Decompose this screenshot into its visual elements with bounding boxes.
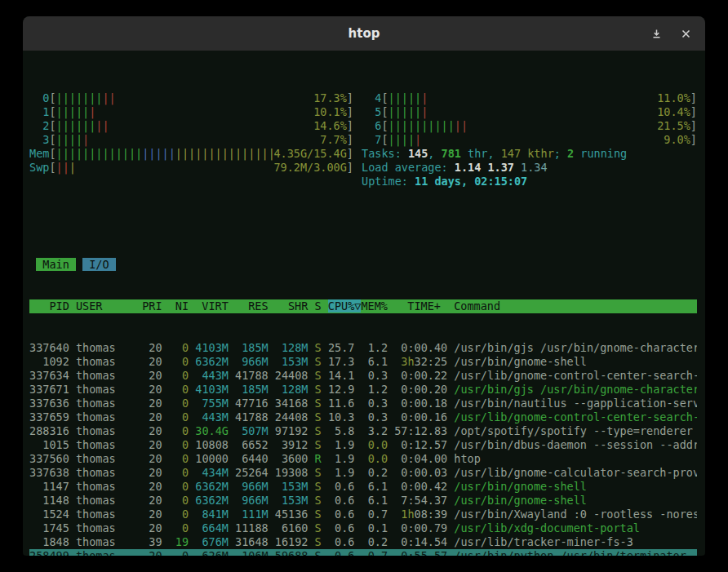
memory-meter: Mem[||||||||||||||||||||||||||||||||||4.… bbox=[29, 147, 353, 161]
cpu-meter: 5[||||||10.4%] bbox=[362, 105, 697, 119]
meter-value: 17.3% bbox=[313, 91, 347, 105]
process-row[interactable]: 288316 thomas 20 0 30.4G 507M 97192 S 5.… bbox=[29, 424, 697, 438]
meter-label: 1 bbox=[29, 105, 49, 119]
window-titlebar[interactable]: htop bbox=[23, 16, 705, 51]
uptime: Uptime: 11 days, 02:15:07 bbox=[362, 175, 527, 188]
meter-row: 2[||||||||14.6%] 6[||||||||||||21.5%] bbox=[29, 119, 697, 133]
process-row[interactable]: 1745 thomas 20 0 664M 11188 6160 S 0.6 0… bbox=[29, 521, 697, 535]
cpu-meter: 3[|||||7.7%] bbox=[29, 133, 353, 147]
process-row[interactable]: 337636 thomas 20 0 755M 47716 34168 S 11… bbox=[29, 397, 697, 410]
meter-value: 9.0% bbox=[664, 133, 690, 147]
meter-value: 11.0% bbox=[657, 91, 690, 105]
swap-meter: Swp[|||79.2M/3.00G] bbox=[29, 161, 353, 175]
meter-label: Swp bbox=[29, 161, 49, 175]
meter-row: Swp[|||79.2M/3.00G]Load average: 1.14 1.… bbox=[29, 161, 697, 175]
meter-label: 7 bbox=[362, 133, 381, 147]
cpu-meter: 6[||||||||||||21.5%] bbox=[362, 119, 697, 133]
meter-value: 10.4% bbox=[657, 105, 690, 119]
meter-label: 0 bbox=[29, 91, 49, 105]
htop-terminal: 0[|||||||||17.3%] 4[||||||11.0%] 1[|||||… bbox=[23, 51, 705, 556]
meter-row: Mem[||||||||||||||||||||||||||||||||||4.… bbox=[29, 147, 697, 161]
process-row[interactable]: 1148 thomas 20 0 6362M 966M 153M S 0.6 6… bbox=[29, 494, 697, 508]
meter-row: 1[||||||10.1%] 5[||||||10.4%] bbox=[29, 105, 697, 119]
tab-io[interactable]: I/O bbox=[82, 258, 116, 271]
process-row[interactable]: 1848 thomas 39 19 676M 31648 16192 S 0.6… bbox=[29, 535, 697, 549]
close-icon[interactable] bbox=[681, 29, 690, 38]
sort-column-header[interactable]: CPU%▽ bbox=[328, 299, 362, 313]
load-average: Load average: 1.14 1.37 1.34 bbox=[362, 161, 548, 175]
process-row[interactable]: 337560 thomas 20 0 10000 6440 3600 R 1.9… bbox=[29, 452, 697, 466]
meter-value: 79.2M/3.00G bbox=[273, 161, 346, 175]
process-row[interactable]: 337659 thomas 20 0 443M 41788 24408 S 10… bbox=[29, 410, 697, 424]
terminal-window: htop 0[|||||||||17.3%] 4[||||||11.0%] 1[… bbox=[23, 16, 705, 556]
process-row[interactable]: 1524 thomas 20 0 841M 111M 45136 S 0.6 0… bbox=[29, 508, 697, 521]
meter-track: |||||| bbox=[388, 105, 658, 119]
download-arrow-icon[interactable] bbox=[651, 29, 662, 39]
cpu-meter: 7[|||||9.0%] bbox=[362, 133, 697, 147]
meter-track: ||| bbox=[56, 161, 274, 175]
tab-main[interactable]: Main bbox=[36, 258, 76, 271]
meter-label: 4 bbox=[362, 91, 381, 105]
meter-value: 4.35G/15.4G bbox=[273, 147, 346, 161]
cpu-meter: 1[||||||10.1%] bbox=[29, 105, 353, 119]
meter-row: Uptime: 11 days, 02:15:07 bbox=[29, 175, 697, 188]
meter-track: |||||||||||||||||||||||||||||||||| bbox=[56, 147, 274, 161]
tasks-summary: Tasks: 145, 781 thr, 147 kthr; 2 running bbox=[362, 147, 627, 161]
window-title: htop bbox=[348, 26, 380, 41]
process-row[interactable]: 337671 thomas 20 0 4103M 185M 128M S 12.… bbox=[29, 383, 697, 397]
process-row[interactable]: 1147 thomas 20 0 6362M 966M 153M S 0.6 6… bbox=[29, 480, 697, 494]
meter-value: 10.1% bbox=[313, 105, 347, 119]
meter-value: 7.7% bbox=[320, 133, 347, 147]
process-row[interactable]: 1092 thomas 20 0 6362M 966M 153M S 17.3 … bbox=[29, 355, 697, 369]
process-table-header[interactable]: PID USER PRI NI VIRT RES SHR S CPU%▽MEM%… bbox=[29, 299, 697, 313]
meter-track: ||||||||| bbox=[56, 91, 314, 105]
meter-track: |||||||| bbox=[56, 119, 314, 133]
meter-label: 5 bbox=[362, 105, 381, 119]
meter-row: 3[|||||7.7%] 7[|||||9.0%] bbox=[29, 133, 697, 147]
process-row[interactable]: 337634 thomas 20 0 443M 41788 24408 S 14… bbox=[29, 369, 697, 383]
meter-track: ||||| bbox=[56, 133, 321, 147]
cpu-meter: 2[||||||||14.6%] bbox=[29, 119, 353, 133]
process-row[interactable]: 258499 thomas 20 0 626M 106M 59688 S 0.6… bbox=[29, 549, 697, 556]
screen-tabs: Main I/O bbox=[29, 258, 697, 272]
meter-label: 6 bbox=[362, 119, 381, 133]
cpu-meter: 0[|||||||||17.3%] bbox=[29, 91, 353, 105]
meter-area: 0[|||||||||17.3%] 4[||||||11.0%] 1[|||||… bbox=[29, 91, 697, 188]
meter-label: 3 bbox=[29, 133, 49, 147]
process-row[interactable]: 1015 thomas 20 0 10808 6652 3912 S 1.9 0… bbox=[29, 438, 697, 452]
meter-track: |||||||||||| bbox=[388, 119, 658, 133]
meter-value: 21.5% bbox=[657, 119, 690, 133]
meter-label: Mem bbox=[29, 147, 49, 161]
process-row[interactable]: 337638 thomas 20 0 434M 25264 19308 S 1.… bbox=[29, 466, 697, 480]
process-row[interactable]: 337640 thomas 20 0 4103M 185M 128M S 25.… bbox=[29, 341, 697, 355]
meter-track: |||||| bbox=[56, 105, 314, 119]
meter-label: 2 bbox=[29, 119, 49, 133]
meter-track: ||||| bbox=[388, 133, 664, 147]
meter-row: 0[|||||||||17.3%] 4[||||||11.0%] bbox=[29, 91, 697, 105]
process-table-body: 337640 thomas 20 0 4103M 185M 128M S 25.… bbox=[29, 341, 697, 556]
meter-value: 14.6% bbox=[313, 119, 347, 133]
cpu-meter: 4[||||||11.0%] bbox=[362, 91, 697, 105]
meter-track: |||||| bbox=[388, 91, 658, 105]
